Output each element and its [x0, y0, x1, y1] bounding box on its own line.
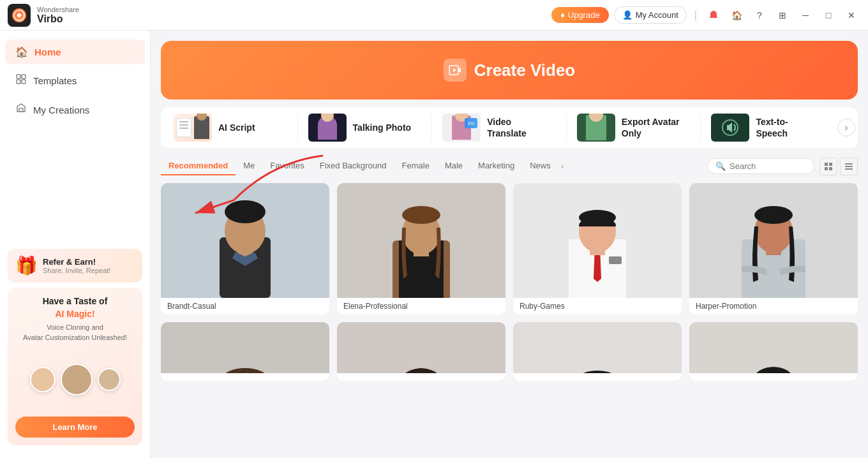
search-input[interactable] [730, 161, 806, 171]
svg-point-31 [579, 210, 616, 225]
avatar-card-7[interactable] [513, 322, 682, 381]
svg-rect-14 [845, 163, 853, 165]
creations-sidebar-icon [15, 103, 27, 117]
avatar-card-6[interactable] [337, 322, 505, 381]
titlebar-right: ♦ Upgrade 👤 My Account | 🏠 ? ⊞ ─ □ ✕ [551, 6, 860, 24]
avatar-thumb-6 [337, 322, 505, 373]
ai-magic-title: Have a Taste of AI Magic! [15, 295, 135, 320]
tab-favorites[interactable]: Favorites [262, 157, 311, 175]
svg-rect-29 [609, 256, 622, 264]
avatar-thumb-harper [689, 183, 858, 298]
feature-ai-script[interactable]: AI Script [163, 107, 297, 148]
avatar-card-harper[interactable]: Harper-Promotion [689, 183, 858, 314]
sidebar-item-templates[interactable]: Templates [5, 67, 145, 94]
avatar-card-8[interactable] [689, 322, 858, 381]
refer-subtitle: Share, Invite, Repeat! [43, 267, 110, 274]
avatar-name-ruby: Ruby-Games [513, 298, 682, 314]
avatar-thumb-brandt [161, 183, 329, 298]
svg-rect-13 [829, 167, 832, 170]
ai-magic-visual [15, 348, 135, 411]
tabs-more-button[interactable]: › [558, 158, 566, 175]
refer-icon: 🎁 [15, 255, 38, 276]
ai-script-label: AI Script [218, 122, 255, 133]
app-logo [8, 4, 31, 27]
titlebar-left: Wondershare Virbo [8, 4, 79, 27]
tab-male[interactable]: Male [437, 157, 470, 175]
tab-female[interactable]: Female [394, 157, 437, 175]
svg-rect-11 [829, 163, 832, 166]
list-view-icon[interactable] [840, 158, 858, 175]
avatar-card-brandt[interactable]: Brandt-Casual [161, 183, 329, 314]
upgrade-label: Upgrade [568, 10, 600, 20]
hero-banner-content: Create Video [444, 59, 575, 82]
avatar-thumb-elena [337, 183, 505, 298]
account-icon: 👤 [622, 10, 632, 20]
minimize-button[interactable]: ─ [797, 6, 814, 24]
sidebar-item-my-creations[interactable]: My Creations [5, 96, 145, 123]
svg-rect-32 [590, 249, 605, 255]
avatar-thumb-8 [689, 322, 858, 373]
talking-photo-label: Talking Photo [353, 122, 412, 133]
create-video-icon [444, 59, 467, 82]
feature-tts[interactable]: Text-to-Speech [701, 107, 835, 148]
tts-label: Text-to-Speech [756, 116, 788, 139]
tab-news[interactable]: News [522, 157, 558, 175]
svg-point-41 [578, 371, 617, 373]
separator: | [694, 10, 697, 21]
maximize-button[interactable]: □ [819, 6, 837, 24]
avatar-card-elena[interactable]: Elena-Professional [337, 183, 505, 314]
grid-icon[interactable]: ⊞ [774, 6, 791, 24]
tab-me[interactable]: Me [236, 157, 262, 175]
learn-more-button[interactable]: Learn More [15, 417, 135, 438]
tab-fixed-background[interactable]: Fixed Background [312, 157, 394, 175]
tts-thumb [711, 114, 749, 142]
notification-icon[interactable] [705, 6, 722, 24]
features-next-button[interactable]: › [837, 119, 855, 137]
export-avatar-thumb [577, 114, 615, 142]
svg-point-19 [225, 200, 266, 223]
feature-video-translate[interactable]: EN VideoTranslate [432, 107, 566, 148]
video-translate-label: VideoTranslate [487, 116, 526, 139]
tabs-row: Recommended Me Favorites Fixed Backgroun… [161, 157, 858, 175]
avatar-name-7 [513, 373, 682, 381]
svg-rect-16 [845, 168, 853, 170]
avatar-name-elena: Elena-Professional [337, 298, 505, 314]
my-account-button[interactable]: 👤 My Account [614, 6, 687, 24]
doc-icon [176, 118, 191, 137]
close-button[interactable]: ✕ [842, 6, 860, 24]
svg-rect-15 [845, 166, 853, 167]
tab-recommended[interactable]: Recommended [161, 157, 236, 175]
app-logo-icon [12, 8, 26, 22]
avatar-card-5[interactable] [161, 322, 329, 381]
upgrade-crown-icon: ♦ [560, 10, 565, 20]
promo-avatar-3 [98, 368, 121, 391]
home-icon[interactable]: 🏠 [728, 6, 745, 24]
ai-title-line1: Have a Taste of [43, 296, 108, 306]
export-avatar-label: Export AvatarOnly [622, 116, 680, 139]
svg-rect-4 [17, 80, 20, 84]
content-area: Create Video [151, 31, 868, 458]
grid-view-icon[interactable] [819, 158, 837, 175]
main-layout: 🏠 Home Templates My Creations 🎁 Refer & … [0, 31, 868, 458]
sidebar-item-home[interactable]: 🏠 Home [5, 40, 145, 64]
upgrade-button[interactable]: ♦ Upgrade [551, 7, 609, 23]
tab-marketing[interactable]: Marketing [470, 157, 522, 175]
promo-section: 🎁 Refer & Earn! Share, Invite, Repeat! H… [0, 244, 150, 450]
hero-banner[interactable]: Create Video [161, 41, 858, 100]
refer-earn-card[interactable]: 🎁 Refer & Earn! Share, Invite, Repeat! [8, 249, 142, 283]
content-wrapper: Create Video [151, 41, 868, 381]
promo-avatar-1 [30, 367, 56, 392]
svg-rect-3 [22, 75, 26, 78]
titlebar: Wondershare Virbo ♦ Upgrade 👤 My Account… [0, 0, 868, 31]
search-icon: 🔍 [715, 161, 726, 171]
feature-export-avatar[interactable]: Export AvatarOnly [567, 107, 701, 148]
avatar-card-ruby[interactable]: Ruby-Games [513, 183, 682, 314]
svg-point-35 [754, 206, 793, 224]
help-icon[interactable]: ? [751, 6, 768, 24]
create-video-label: Create Video [474, 61, 575, 80]
sidebar-home-label: Home [34, 47, 61, 57]
svg-rect-36 [766, 249, 781, 255]
search-box: 🔍 [707, 158, 814, 174]
feature-talking-photo[interactable]: Talking Photo [298, 107, 432, 148]
sidebar-creations-label: My Creations [33, 105, 89, 115]
